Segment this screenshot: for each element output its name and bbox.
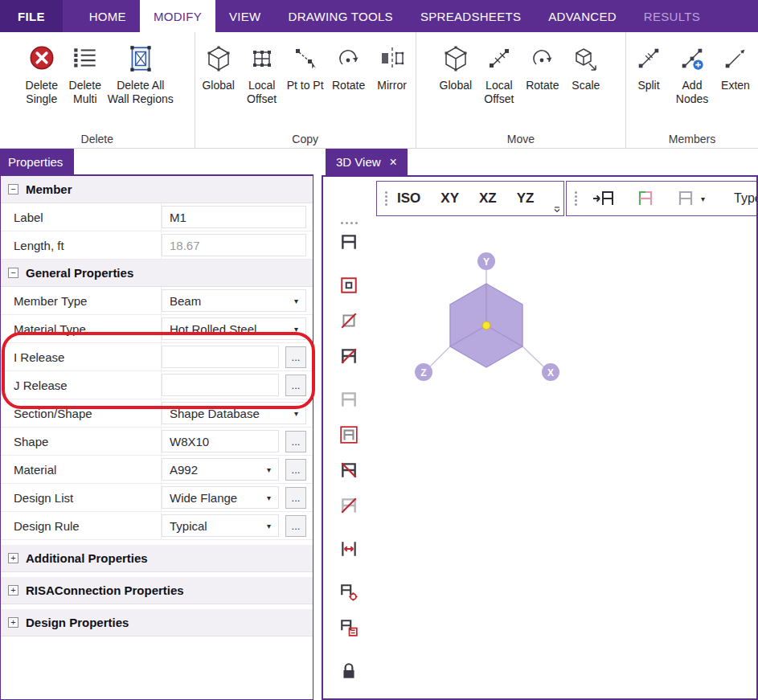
delete-single-button[interactable]: Delete Single — [21, 35, 63, 106]
delete-all-wall-regions-button[interactable]: Delete All Wall Regions — [108, 35, 174, 106]
tab-results[interactable]: RESULTS — [630, 0, 714, 32]
collapse-icon[interactable]: − — [8, 184, 18, 194]
tab-advanced[interactable]: ADVANCED — [535, 0, 630, 32]
move-scale-button[interactable]: Scale — [565, 35, 607, 92]
label-value-field[interactable]: M1 — [162, 206, 306, 228]
member-settings-gear-toggle[interactable] — [336, 579, 362, 605]
collapse-icon[interactable]: − — [8, 268, 18, 278]
material-dropdown[interactable]: A992▾ — [162, 458, 279, 481]
j-release-browse-button[interactable]: ... — [285, 375, 306, 396]
button-label: Global — [440, 79, 472, 92]
split-button[interactable]: Split — [628, 35, 670, 92]
design-rule-browse-button[interactable]: ... — [285, 515, 306, 537]
i-release-browse-button[interactable]: ... — [285, 346, 306, 368]
properties-panel-tab[interactable]: Properties — [0, 149, 74, 174]
property-row-material-type: Material Type Hot Rolled Steel▾ — [1, 315, 313, 343]
j-release-field[interactable] — [162, 374, 279, 396]
cube-wireframe-icon — [441, 39, 470, 79]
node-box-red-toggle[interactable] — [336, 272, 362, 298]
tab-modify[interactable]: MODIFY — [140, 0, 215, 32]
property-value: 18.67 — [170, 239, 200, 252]
member-glyph-toggle[interactable] — [336, 229, 362, 255]
button-label: Global — [202, 79, 234, 92]
close-icon[interactable]: × — [390, 156, 397, 169]
ribbon: Delete Single Delete Multi Delete All Wa… — [0, 32, 758, 149]
ribbon-group-label-copy: Copy — [195, 133, 416, 145]
design-rule-dropdown[interactable]: Typical▾ — [162, 514, 279, 537]
section-header-risaconnection-properties[interactable]: + RISAConnection Properties — [1, 577, 313, 604]
drag-grip-icon[interactable] — [575, 191, 577, 206]
property-row-section-shape: Section/Shape Shape Database▾ — [1, 399, 313, 428]
expand-icon[interactable]: + — [8, 617, 18, 628]
xy-view-button[interactable]: XY — [440, 187, 459, 210]
expand-icon[interactable]: + — [8, 553, 18, 563]
extend-button[interactable]: Exten — [715, 35, 756, 92]
origin-axes-cube[interactable]: Y Z X — [362, 239, 611, 407]
button-label: Delete — [26, 79, 58, 92]
dimension-arrows-toggle[interactable] — [336, 536, 362, 562]
section-shape-dropdown[interactable]: Shape Database▾ — [162, 402, 306, 424]
iso-view-button[interactable]: ISO — [397, 187, 420, 210]
tab-drawing-tools[interactable]: DRAWING TOOLS — [275, 0, 407, 32]
property-row-label: Label M1 — [1, 203, 313, 231]
chevron-down-icon[interactable]: ▾ — [262, 465, 271, 474]
section-header-member[interactable]: − Member — [1, 176, 313, 203]
length-value-field: 18.67 — [162, 234, 306, 256]
shape-field[interactable]: W8X10 — [162, 430, 279, 452]
copy-rotate-button[interactable]: Rotate — [328, 35, 370, 92]
section-header-additional-properties[interactable]: + Additional Properties — [1, 545, 313, 572]
design-list-dropdown[interactable]: Wide Flange▾ — [162, 486, 279, 509]
member-type-dropdown[interactable]: Beam▾ — [162, 289, 306, 312]
move-rotate-button[interactable]: Rotate — [522, 35, 563, 92]
xz-view-button[interactable]: XZ — [479, 187, 497, 210]
property-value: A992 — [170, 463, 198, 477]
shape-browse-button[interactable]: ... — [285, 431, 306, 452]
gray-member-crossed-toggle[interactable] — [336, 493, 362, 518]
member-render-gray-dropdown[interactable]: ▾ — [670, 186, 710, 211]
move-local-offset-button[interactable]: Local Offset — [478, 35, 520, 106]
member-crossed-toggle[interactable] — [336, 343, 362, 369]
chevron-down-icon[interactable]: ▾ — [289, 409, 298, 418]
drag-grip-icon[interactable] — [385, 191, 387, 206]
ribbon-group-move-buttons: Global Local Offset Rotate — [416, 32, 625, 106]
plate-crossed-toggle[interactable] — [336, 308, 362, 334]
member-red-box-toggle[interactable] — [336, 422, 362, 448]
tab-view[interactable]: VIEW — [215, 0, 275, 32]
member-red-badge-toggle[interactable] — [336, 615, 362, 641]
i-release-field[interactable] — [162, 346, 279, 368]
move-global-button[interactable]: Global — [435, 35, 477, 92]
section-header-general-properties[interactable]: − General Properties — [1, 260, 313, 287]
yz-view-button[interactable]: YZ — [517, 187, 535, 210]
tab-spreadsheets[interactable]: SPREADSHEETS — [407, 0, 535, 32]
chevron-down-icon[interactable]: ▾ — [262, 493, 271, 502]
button-label: Rotate — [332, 79, 365, 92]
view-tab-3d-view[interactable]: 3D View × — [326, 149, 408, 175]
svg-text:Z: Z — [420, 367, 426, 379]
section-header-design-properties[interactable]: + Design Properties — [1, 609, 313, 637]
button-label: Mirror — [377, 79, 407, 92]
design-list-browse-button[interactable]: ... — [285, 487, 306, 509]
add-nodes-button[interactable]: Add Nodes — [671, 35, 713, 106]
copy-local-offset-button[interactable]: Local Offset — [241, 35, 283, 106]
padlock-icon[interactable] — [336, 658, 362, 684]
material-browse-button[interactable]: ... — [285, 459, 306, 481]
delete-multi-button[interactable]: Delete Multi — [64, 35, 106, 106]
chevron-down-icon[interactable]: ▾ — [289, 325, 298, 334]
member-red-slash-toggle[interactable] — [336, 457, 362, 483]
copy-mirror-button[interactable]: Mirror — [371, 35, 413, 92]
chevron-down-icon[interactable]: ▾ — [289, 297, 298, 305]
expand-icon[interactable]: + — [8, 585, 18, 596]
material-type-dropdown[interactable]: Hot Rolled Steel▾ — [162, 317, 306, 340]
delete-wall-regions-icon — [125, 39, 156, 79]
drag-grip-icon[interactable] — [341, 222, 358, 224]
copy-pt-to-pt-button[interactable]: Pt to Pt — [285, 35, 326, 92]
member-render-arrow-icon[interactable] — [587, 186, 621, 211]
tab-file[interactable]: FILE — [0, 0, 63, 32]
tab-home[interactable]: HOME — [76, 0, 140, 32]
member-gray-toggle[interactable] — [336, 387, 362, 412]
toolbar-overflow-icon[interactable] — [553, 206, 561, 214]
copy-global-button[interactable]: Global — [198, 35, 240, 92]
chevron-down-icon[interactable]: ▾ — [262, 522, 271, 530]
member-render-color-icon[interactable] — [630, 186, 661, 211]
property-value: Typical — [170, 519, 207, 533]
